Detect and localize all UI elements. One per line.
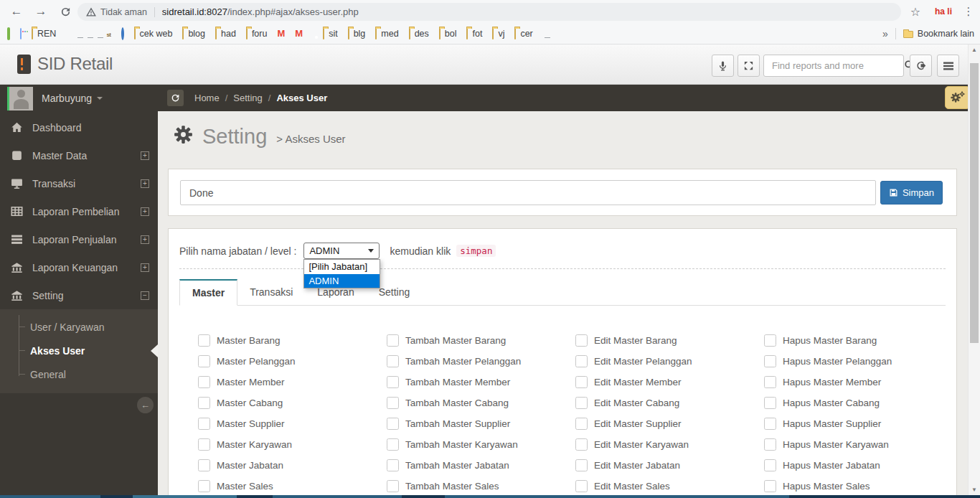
user-panel[interactable]: Marbuyung: [0, 85, 158, 112]
sidebar-item-transaksi[interactable]: Transaksi: [0, 169, 158, 197]
sidebar-item-laporan-keuangan[interactable]: Laporan Keuangan: [0, 253, 158, 281]
sidebar-subitem-user-karyawan[interactable]: User / Karyawan: [0, 315, 158, 339]
bookmark-star-icon[interactable]: ☆: [904, 0, 927, 23]
scroll-up-icon[interactable]: ▲: [969, 47, 980, 53]
sidebar-subitem-general[interactable]: General: [0, 362, 158, 386]
bookmark-label: sit: [329, 29, 338, 39]
bookmark-item[interactable]: fot: [466, 29, 482, 39]
page-scrollbar[interactable]: ▲ ▼: [968, 44, 980, 498]
scroll-down-icon[interactable]: ▼: [969, 487, 980, 493]
bookmark-item[interactable]: des: [409, 29, 429, 39]
scrollbar-thumb[interactable]: [970, 63, 979, 343]
permission-checkbox-hapus-master-jabatan[interactable]: [764, 459, 776, 471]
sidebar-item-laporan-penjualan[interactable]: Laporan Penjualan: [0, 225, 158, 253]
bookmark-item[interactable]: [7, 29, 10, 39]
sidebar-item-setting[interactable]: Setting: [0, 281, 158, 309]
bookmark-item[interactable]: M: [277, 29, 285, 39]
permission-checkbox-tambah-master-member[interactable]: [387, 376, 399, 388]
sidebar-subitem-akses-user[interactable]: Akses User: [0, 339, 158, 362]
reports-search-input[interactable]: [764, 60, 904, 71]
address-bar[interactable]: Tidak aman sidretail.id:8027/index.php#a…: [77, 3, 901, 21]
browser-profile[interactable]: ha li: [928, 0, 958, 23]
permission-checkbox-master-karyawan[interactable]: [198, 438, 210, 451]
reload-icon[interactable]: [55, 0, 76, 23]
permission-checkbox-tambah-master-pelanggan[interactable]: [387, 355, 399, 367]
permission-checkbox-tambah-master-jabatan[interactable]: [387, 459, 399, 471]
bookmark-item[interactable]: cer: [514, 29, 532, 39]
permission-checkbox-master-member[interactable]: [198, 376, 210, 388]
app-logo[interactable]: SID Retail: [17, 54, 113, 74]
save-button[interactable]: Simpan: [880, 181, 943, 205]
app-menu-button[interactable]: [937, 55, 959, 77]
bookmark-item[interactable]: foru: [246, 29, 268, 39]
dropdown-option-admin[interactable]: ADMIN: [304, 274, 380, 288]
bookmark-item[interactable]: bol: [439, 29, 457, 39]
tab-master[interactable]: Master: [179, 279, 237, 306]
permission-checkbox-edit-master-member[interactable]: [575, 376, 588, 388]
permission-checkbox-master-cabang[interactable]: [198, 397, 210, 409]
permission-checkbox-master-supplier[interactable]: [198, 418, 210, 430]
bookmark-item[interactable]: had: [215, 29, 236, 39]
breadcrumb-home[interactable]: Home: [194, 93, 220, 103]
permission-checkbox-hapus-master-karyawan[interactable]: [764, 438, 776, 451]
permission-checkbox-master-pelanggan[interactable]: [198, 355, 210, 367]
permission-checkbox-edit-master-jabatan[interactable]: [575, 459, 588, 471]
status-panel: Simpan: [168, 169, 957, 216]
permission-checkbox-hapus-master-sales[interactable]: [764, 480, 776, 492]
page-heading: Setting > Askses User: [174, 125, 346, 149]
permission-checkbox-edit-master-pelanggan[interactable]: [575, 355, 588, 367]
browser-menu-icon[interactable]: ⋮: [960, 0, 977, 23]
voice-search-button[interactable]: [712, 55, 734, 77]
breadcrumb-setting[interactable]: Setting: [233, 93, 262, 103]
bookmark-item[interactable]: sit: [323, 29, 338, 39]
permission-checkbox-hapus-master-member[interactable]: [764, 376, 776, 388]
permission-checkbox-tambah-master-cabang[interactable]: [387, 397, 399, 409]
permission-checkbox-hapus-master-pelanggan[interactable]: [764, 355, 776, 367]
tab-transaksi[interactable]: Transaksi: [237, 279, 305, 305]
bookmark-item[interactable]: blog: [182, 29, 205, 39]
forward-icon[interactable]: →: [30, 0, 52, 23]
permission-checkbox-edit-master-supplier[interactable]: [575, 418, 588, 430]
dropdown-option-pilih-jabatan[interactable]: [Pilih Jabatan]: [304, 260, 380, 274]
bookmark-item[interactable]: st: [106, 29, 110, 39]
bookmark-item[interactable]: REN: [32, 29, 56, 39]
jabatan-select[interactable]: ADMIN [Pilih Jabatan]ADMIN: [303, 243, 380, 259]
permission-checkbox-master-jabatan[interactable]: [198, 459, 210, 471]
status-input[interactable]: [180, 180, 876, 205]
sidebar-item-master-data[interactable]: Master Data: [0, 141, 158, 169]
permission-checkbox-master-sales[interactable]: [198, 480, 210, 492]
permission-label: Tambah Master Pelanggan: [405, 355, 521, 367]
permission-checkbox-edit-master-sales[interactable]: [575, 480, 588, 492]
permission-checkbox-tambah-master-sales[interactable]: [387, 480, 399, 492]
settings-flyout-button[interactable]: [945, 86, 970, 109]
permission-checkbox-hapus-master-barang[interactable]: [764, 334, 776, 347]
fullscreen-button[interactable]: [738, 55, 760, 77]
sidebar-item-laporan-pembelian[interactable]: Laporan Pembelian: [0, 197, 158, 225]
logout-button[interactable]: [910, 55, 932, 77]
permission-checkbox-edit-master-cabang[interactable]: [575, 397, 588, 409]
bookmark-item[interactable]: vj: [492, 29, 504, 39]
bookmark-item[interactable]: cek web: [134, 29, 173, 39]
sidebar-collapse-button[interactable]: ←: [137, 397, 154, 413]
bookmarks-overflow-chevron[interactable]: »: [882, 28, 888, 39]
permission-checkbox-tambah-master-supplier[interactable]: [387, 418, 399, 430]
bookmark-item[interactable]: [20, 29, 22, 39]
permission-checkbox-edit-master-barang[interactable]: [575, 334, 588, 347]
bookmark-item[interactable]: blg: [348, 29, 366, 39]
refresh-page-button[interactable]: [167, 90, 184, 106]
sign-out-icon: [915, 60, 926, 71]
permission-checkbox-hapus-master-cabang[interactable]: [764, 397, 776, 409]
permission-checkbox-master-barang[interactable]: [198, 334, 210, 347]
permission-checkbox-hapus-master-supplier[interactable]: [764, 418, 776, 430]
bookmark-item[interactable]: med: [375, 29, 398, 39]
page-title: Setting: [202, 125, 267, 149]
other-bookmarks[interactable]: Bookmark lain: [903, 29, 974, 39]
permission-checkbox-tambah-master-karyawan[interactable]: [387, 438, 399, 451]
bookmark-item[interactable]: [121, 29, 124, 39]
permission-checkbox-tambah-master-barang[interactable]: [387, 334, 399, 347]
back-icon[interactable]: ←: [6, 0, 27, 23]
permission-checkbox-edit-master-karyawan[interactable]: [575, 438, 588, 451]
sidebar-item-dashboard[interactable]: Dashboard: [0, 113, 158, 141]
bookmark-item[interactable]: M: [295, 29, 303, 39]
breadcrumb: Home/Setting/Akses User: [194, 93, 327, 103]
